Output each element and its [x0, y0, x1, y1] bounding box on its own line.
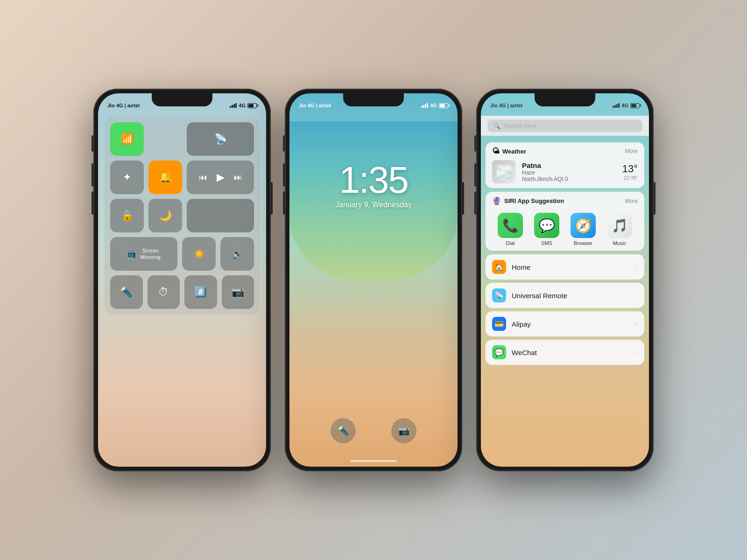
- power-button[interactable]: [271, 182, 273, 215]
- alipay-label: Alipay: [512, 320, 531, 328]
- volume-button[interactable]: 🔈: [220, 237, 254, 271]
- timer-button[interactable]: ⏱: [148, 275, 180, 309]
- weather-icon: 🌫️: [492, 160, 515, 183]
- do-not-disturb-button[interactable]: 🌙: [148, 199, 182, 232]
- signal-icon-2: [421, 103, 428, 108]
- volume-down-button-2[interactable]: [283, 191, 285, 215]
- media-next-icon[interactable]: ⏭: [234, 173, 242, 182]
- cc-right-col: 📡 ⏮ ▶ ⏭: [187, 122, 254, 194]
- mute-button-3[interactable]: [474, 135, 476, 152]
- phone-1-screen: Jio 4G | airtel 4G: [98, 93, 266, 467]
- music-icon: 🎵: [607, 213, 632, 238]
- weather-section: 🌤 Weather More 🌫️ Patna Haze: [486, 142, 644, 188]
- carrier-2: Jio 4G | airtel: [299, 103, 331, 108]
- cellular-button[interactable]: 📶: [110, 122, 144, 156]
- battery-icon-2: [439, 103, 448, 108]
- carrier-1: Jio 4G | airtel: [107, 103, 140, 108]
- bluetooth-button[interactable]: ✦: [110, 161, 144, 194]
- volume-up-button[interactable]: [92, 163, 93, 187]
- wifi-button[interactable]: 📡: [187, 122, 254, 156]
- battery-icon-3: [630, 103, 640, 108]
- camera-button[interactable]: 📷: [222, 275, 254, 309]
- home-label: Home: [512, 263, 530, 271]
- volume-down-button[interactable]: [92, 191, 93, 215]
- siri-app-row: 📞 Dial 💬 SMS 🧭 Browser: [486, 208, 644, 251]
- weather-condition: Haze North,0km/h AQI 0: [522, 169, 616, 182]
- weather-temp-range: 21°/8°: [622, 175, 638, 181]
- list-item-alipay[interactable]: 💳 Alipay ›: [486, 311, 644, 336]
- mute-button-2[interactable]: [283, 135, 285, 152]
- siri-app-sms[interactable]: 💬 SMS: [534, 213, 559, 246]
- ls-camera-icon: 📷: [398, 425, 410, 436]
- siri-more-button[interactable]: More: [625, 198, 638, 204]
- list-item-universal-remote[interactable]: 📡 Universal Remote ›: [486, 283, 644, 308]
- mute-button[interactable]: [92, 135, 93, 152]
- home-icon: 🏠: [492, 260, 506, 274]
- phone-3-inner: Jio 4G | airtel 4G: [481, 93, 649, 467]
- wechat-label: WeChat: [512, 349, 537, 357]
- ss-list: 🏠 Home › 📡 Universal Remote › 💳 Alipay: [486, 254, 644, 368]
- cc-row-1: 📶 ✦ 🔔 📡 ⏮ ▶: [110, 122, 254, 194]
- weather-more-button[interactable]: More: [625, 148, 638, 154]
- screen-mirror-icon: 📺: [127, 250, 136, 259]
- phone-1: Jio 4G | airtel 4G: [93, 89, 271, 471]
- volume-down-button-3[interactable]: [474, 191, 476, 215]
- power-button-2[interactable]: [462, 182, 464, 215]
- browser-label: Browser: [574, 240, 592, 246]
- weather-city: Patna: [522, 161, 616, 169]
- control-center-bg: Jio 4G | airtel 4G: [98, 93, 266, 467]
- remote-chevron-icon: ›: [636, 292, 638, 299]
- weather-section-header: 🌤 Weather More: [486, 142, 644, 158]
- cc-bt-row: ✦ 🔔: [110, 161, 182, 194]
- weather-temp-block: 13° 21°/8°: [622, 163, 638, 181]
- ls-flashlight-button[interactable]: 🔦: [331, 418, 356, 443]
- dial-label: Dial: [506, 240, 515, 246]
- rotation-lock-button[interactable]: 🔒: [110, 199, 144, 232]
- ss-content: 🌤 Weather More 🌫️ Patna Haze: [481, 142, 649, 467]
- screen-mirror-button[interactable]: 📺 ScreenMirroring: [110, 237, 177, 271]
- wechat-icon: 💬: [492, 345, 506, 359]
- home-chevron-icon: ›: [636, 264, 638, 270]
- power-button-3[interactable]: [654, 182, 655, 215]
- siri-app-browser[interactable]: 🧭 Browser: [571, 213, 596, 246]
- status-right-2: 4G: [421, 103, 448, 108]
- siri-app-dial[interactable]: 📞 Dial: [498, 213, 523, 246]
- ss-header: 🔍 Search here...: [481, 116, 649, 136]
- list-item-wechat[interactable]: 💬 WeChat ›: [486, 340, 644, 365]
- siri-section-header: 🔮 SIRI App Suggestion More: [486, 192, 644, 208]
- search-bar[interactable]: 🔍 Search here...: [487, 119, 642, 132]
- siri-app-music[interactable]: 🎵 Music: [607, 213, 632, 246]
- signal-icon-3: [613, 103, 620, 108]
- list-item-home[interactable]: 🏠 Home ›: [486, 254, 644, 280]
- cc-row-3: 📺 ScreenMirroring ☀️ 🔈: [110, 237, 254, 271]
- phone-2-screen: Jio 4G | airtel 4G: [289, 93, 458, 467]
- battery-fill-3: [631, 104, 636, 107]
- battery-fill-1: [248, 104, 254, 107]
- siri-section: 🔮 SIRI App Suggestion More 📞 Dial: [486, 192, 644, 251]
- lock-screen-bottom-buttons: 🔦 📷: [289, 418, 458, 443]
- battery-fill-2: [440, 104, 445, 107]
- ls-camera-button[interactable]: 📷: [391, 418, 416, 443]
- notification-button[interactable]: 🔔: [148, 161, 182, 194]
- siri-section-title: SIRI App Suggestion: [504, 197, 564, 204]
- siri-suggestions-bg: Jio 4G | airtel 4G: [481, 93, 649, 467]
- wechat-chevron-icon: ›: [636, 349, 638, 356]
- weather-content: 🌫️ Patna Haze North,0km/h AQI 0: [486, 158, 644, 188]
- lock-screen-time: 1:35: [289, 159, 458, 202]
- flashlight-button[interactable]: 🔦: [110, 275, 143, 309]
- volume-up-button-3[interactable]: [474, 163, 476, 187]
- volume-up-button-2[interactable]: [283, 163, 285, 187]
- brightness-button[interactable]: ☀️: [182, 237, 216, 271]
- remote-icon: 📡: [492, 288, 506, 302]
- media-prev-icon[interactable]: ⏮: [199, 173, 207, 182]
- weather-section-icon: 🌤: [492, 147, 500, 155]
- cc-extras-row: 🔦 ⏱ #️⃣ 📷: [110, 275, 254, 309]
- alipay-chevron-icon: ›: [636, 321, 638, 327]
- network-type-2: 4G: [430, 103, 437, 108]
- calculator-button[interactable]: #️⃣: [184, 275, 217, 309]
- notch-3: [535, 93, 595, 106]
- music-label: Music: [613, 240, 627, 246]
- siri-section-icon: 🔮: [492, 196, 501, 205]
- media-play-icon[interactable]: ▶: [217, 171, 225, 183]
- lock-screen-bg: Jio 4G | airtel 4G: [289, 93, 458, 467]
